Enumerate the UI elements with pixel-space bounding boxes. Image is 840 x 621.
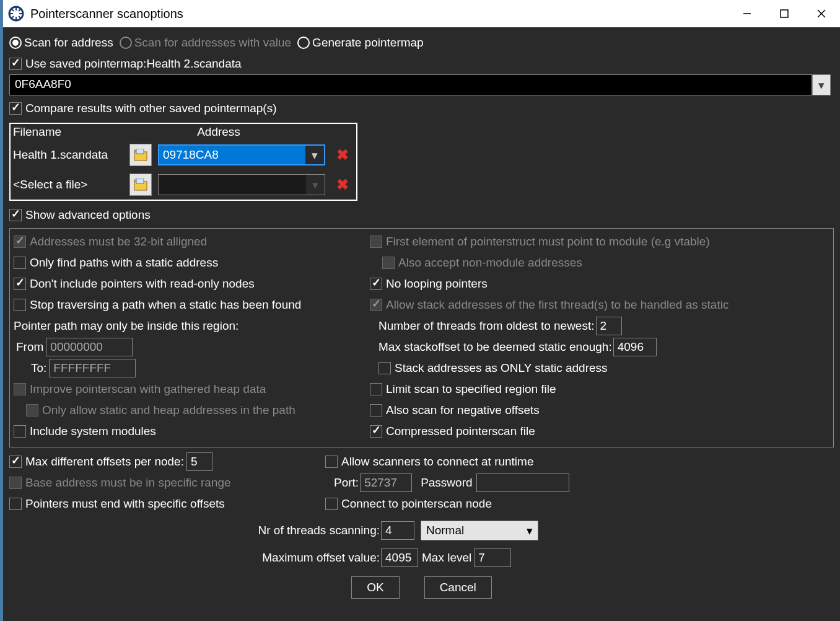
nr-threads-input[interactable] [381,521,414,540]
password-input[interactable] [476,473,569,492]
checkbox-stop-traversing[interactable] [14,299,26,311]
radio-scan-for-addresses-with-value [120,37,132,49]
window-title: Pointerscanner scanoptions [30,7,728,21]
port-input[interactable] [360,473,412,492]
checkbox-use-saved-pointermap[interactable] [9,58,22,70]
chevron-down-icon[interactable]: ▾ [305,146,324,164]
label-no-looping: No looping pointers [386,277,488,291]
checkbox-stack-only-static[interactable] [378,362,391,374]
checkbox-only-static[interactable] [14,257,26,269]
folder-browse-button[interactable] [129,144,152,166]
ok-button[interactable]: OK [351,576,399,599]
compare-address-text [159,175,306,195]
maximize-button[interactable] [766,0,803,27]
to-label: To: [31,361,46,375]
checkbox-max-diff-offsets[interactable] [9,456,22,468]
num-threads-input[interactable] [596,317,622,335]
checkbox-show-advanced[interactable] [9,209,22,221]
advanced-options-group: Addresses must be 32-bit alligned Only f… [9,228,834,447]
compare-address-combo: ▾ [158,174,325,195]
port-label: Port: [334,476,359,490]
label-pointers-end-offsets: Pointers must end with specific offsets [25,497,225,511]
label-generate-pointermap: Generate pointermap [312,36,424,50]
to-input[interactable] [49,359,136,377]
label-improve-heap: Improve pointerscan with gathered heap d… [30,382,266,396]
chevron-down-icon: ▾ [306,175,325,195]
delete-row-button[interactable]: ✖ [331,144,354,166]
compare-header-filename: Filename [11,124,132,140]
priority-dropdown[interactable]: Normal ▾ [421,521,538,540]
checkbox-negative-offsets[interactable] [370,404,382,416]
max-stackoffset-input[interactable] [613,338,657,356]
cancel-button[interactable]: Cancel [424,576,492,599]
max-stackoffset-label: Max stackoffset to be deemed static enou… [378,340,612,354]
num-threads-label: Number of threads from oldest to newest: [378,319,595,333]
max-level-input[interactable] [474,548,511,567]
compare-header-address: Address [132,124,305,140]
label-connect-node: Connect to pointerscan node [341,497,492,511]
saved-pointermap-file: Health 2.scandata [146,57,241,71]
max-diff-offsets-input[interactable] [186,452,212,471]
radio-scan-for-address[interactable] [9,37,22,49]
compare-row: Health 1.scandata 09718CA8 ▾ ✖ [11,140,356,170]
delete-row-button[interactable]: ✖ [331,174,354,196]
password-label: Password [421,476,472,490]
label-scan-for-address: Scan for address [24,36,113,50]
checkbox-allow-scanners-runtime[interactable] [325,456,338,468]
folder-browse-button[interactable] [129,174,152,196]
compare-table: Filename Address Health 1.scandata 09718… [9,123,357,201]
chevron-down-icon[interactable]: ▾ [812,74,831,95]
label-limit-region-file: Limit scan to specified region file [386,382,556,396]
close-button[interactable] [803,0,840,27]
label-only-static-heap: Only allow static and heap addresses in … [42,403,295,417]
minimize-button[interactable] [728,0,766,27]
label-no-readonly: Don't include pointers with read-only no… [30,277,255,291]
label-compressed-file: Compressed pointerscan file [386,425,535,438]
max-offset-input[interactable] [381,548,418,567]
label-scan-for-addresses-with-value: Scan for addresses with value [134,36,291,50]
checkbox-only-static-heap [26,404,38,416]
svg-rect-6 [136,149,144,154]
checkbox-base-addr-range [9,477,22,489]
radio-generate-pointermap[interactable] [297,37,310,49]
checkbox-connect-node[interactable] [325,498,338,510]
compare-address-combo[interactable]: 09718CA8 ▾ [158,144,325,165]
priority-value: Normal [426,524,464,537]
svg-rect-2 [781,10,788,17]
app-icon [7,4,25,23]
checkbox-compressed-file[interactable] [370,425,382,438]
label-allow-stack: Allow stack addresses of the first threa… [386,298,728,312]
label-stop-traversing: Stop traversing a path when a static has… [30,298,301,312]
compare-filename: Health 1.scandata [13,148,129,162]
checkbox-compare-results[interactable] [9,102,22,115]
titlebar: Pointerscanner scanoptions [3,0,840,27]
label-compare-results: Compare results with other saved pointer… [25,102,277,115]
label-show-advanced: Show advanced options [25,208,151,222]
compare-address-text[interactable]: 09718CA8 [159,146,305,164]
checkbox-no-looping[interactable] [370,278,382,290]
label-use-saved-pointermap: Use saved pointermap: [25,57,146,71]
max-level-label: Max level [422,551,471,565]
address-combo[interactable]: 0F6AA8F0 ▾ [9,74,831,95]
label-stack-only-static: Stack addresses as ONLY static address [395,361,608,375]
label-32bit-aligned: Addresses must be 32-bit alligned [30,235,207,249]
checkbox-limit-region-file[interactable] [370,383,382,395]
svg-rect-8 [136,178,144,183]
label-max-diff-offsets: Max different offsets per node: [25,455,184,469]
checkbox-include-system[interactable] [14,425,26,438]
address-input[interactable]: 0F6AA8F0 [9,74,812,95]
checkbox-improve-heap [14,383,26,395]
label-first-element-vtable: First element of pointerstruct must poin… [386,235,710,249]
checkbox-also-accept-nonmodule [382,257,395,269]
compare-row: <Select a file> ▾ ✖ [11,170,356,200]
checkbox-allow-stack [370,299,382,311]
label-also-accept-nonmodule: Also accept non-module addresses [398,256,582,270]
label-only-static: Only find paths with a static address [30,256,218,270]
from-input[interactable] [46,338,133,356]
chevron-down-icon: ▾ [527,524,533,538]
nr-threads-label: Nr of threads scanning: [258,524,380,537]
checkbox-no-readonly[interactable] [14,278,26,290]
compare-filename: <Select a file> [13,178,129,192]
checkbox-first-element-vtable [370,236,382,248]
checkbox-pointers-end-offsets[interactable] [9,498,22,510]
